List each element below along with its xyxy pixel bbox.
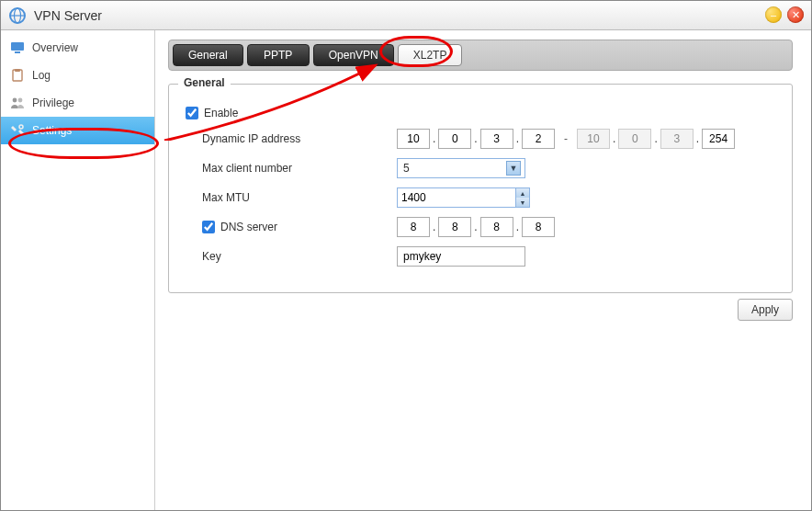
minimize-button[interactable]: – xyxy=(765,6,782,23)
dyn-ip-end-3 xyxy=(660,129,694,149)
dyn-ip-label: Dynamic IP address xyxy=(186,132,397,145)
max-mtu-input[interactable] xyxy=(397,187,516,208)
mtu-spinner[interactable]: ▲ ▼ xyxy=(515,187,530,208)
app-icon xyxy=(8,6,27,25)
dns-checkbox[interactable] xyxy=(202,221,215,233)
chevron-down-icon: ▼ xyxy=(506,161,521,176)
window-title: VPN Server xyxy=(34,8,102,23)
tabbar: General PPTP OpenVPN XL2TP xyxy=(168,40,793,71)
max-client-select[interactable]: 5 ▼ xyxy=(397,158,525,178)
tab-pptp[interactable]: PPTP xyxy=(247,44,310,66)
max-client-value: 5 xyxy=(403,162,410,175)
clipboard-icon xyxy=(10,68,25,83)
spinner-up-icon[interactable]: ▲ xyxy=(516,188,529,198)
dyn-ip-start-2[interactable] xyxy=(438,129,471,149)
sidebar-item-overview[interactable]: Overview xyxy=(1,34,154,62)
spinner-down-icon[interactable]: ▼ xyxy=(516,198,529,207)
max-mtu-label: Max MTU xyxy=(186,191,397,204)
svg-point-7 xyxy=(13,98,17,103)
sidebar-item-privilege[interactable]: Privilege xyxy=(1,89,154,117)
panel-legend: General xyxy=(178,76,231,89)
dyn-ip-end-1 xyxy=(577,129,610,149)
dns-2[interactable] xyxy=(438,217,471,237)
svg-point-8 xyxy=(18,98,23,103)
svg-rect-6 xyxy=(15,69,20,72)
dns-3[interactable] xyxy=(480,217,513,237)
enable-checkbox[interactable] xyxy=(186,107,198,119)
svg-rect-3 xyxy=(11,42,24,51)
sidebar-item-settings[interactable]: Settings xyxy=(1,117,154,144)
dns-4[interactable] xyxy=(522,217,555,237)
dns-label: DNS server xyxy=(220,221,277,233)
key-label: Key xyxy=(186,250,397,263)
close-button[interactable]: ✕ xyxy=(787,6,804,23)
apply-button[interactable]: Apply xyxy=(738,299,793,321)
titlebar: VPN Server – ✕ xyxy=(1,1,811,30)
svg-rect-4 xyxy=(15,51,20,53)
tab-general[interactable]: General xyxy=(173,44,243,66)
settings-panel: General Enable Dynamic IP address . . . xyxy=(168,84,793,293)
dyn-ip-start-group: . . . xyxy=(397,129,555,149)
dyn-ip-start-4[interactable] xyxy=(522,129,555,149)
dyn-ip-start-3[interactable] xyxy=(480,129,513,149)
dns-ip-group: . . . xyxy=(397,217,555,237)
dns-1[interactable] xyxy=(397,217,430,237)
ip-range-dash: - xyxy=(555,132,577,145)
dyn-ip-end-4[interactable] xyxy=(702,129,735,149)
sidebar: Overview Log Privilege Settings xyxy=(1,30,155,510)
dyn-ip-start-1[interactable] xyxy=(397,129,430,149)
sidebar-item-label: Privilege xyxy=(32,97,74,109)
users-icon xyxy=(10,96,25,110)
tools-icon xyxy=(10,123,25,138)
dyn-ip-end-2 xyxy=(618,129,651,149)
key-input[interactable] xyxy=(397,246,525,267)
monitor-icon xyxy=(10,40,25,55)
max-client-label: Max client number xyxy=(186,162,397,175)
dns-checkbox-row[interactable]: DNS server xyxy=(186,221,397,233)
enable-label: Enable xyxy=(204,107,238,119)
tab-xl2tp[interactable]: XL2TP xyxy=(398,44,463,66)
sidebar-item-label: Log xyxy=(32,69,51,82)
dyn-ip-end-group: . . . xyxy=(577,129,735,149)
main-panel: General PPTP OpenVPN XL2TP General Enabl… xyxy=(155,30,811,510)
enable-checkbox-row[interactable]: Enable xyxy=(186,107,397,119)
sidebar-item-log[interactable]: Log xyxy=(1,62,154,89)
svg-point-9 xyxy=(19,125,23,129)
sidebar-item-label: Settings xyxy=(32,124,72,137)
tab-openvpn[interactable]: OpenVPN xyxy=(313,44,394,66)
sidebar-item-label: Overview xyxy=(32,41,78,54)
